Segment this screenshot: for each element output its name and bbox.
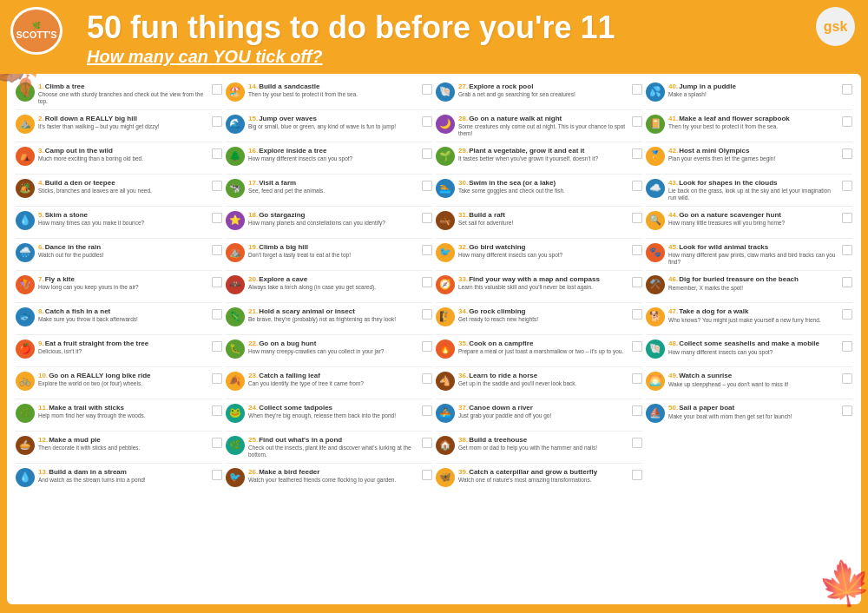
item-checkbox[interactable] <box>422 438 432 448</box>
item-number: 39. <box>458 468 468 476</box>
item-checkbox[interactable] <box>632 245 642 255</box>
item-checkbox[interactable] <box>842 181 852 191</box>
header: 🌿 SCOTT'S gsk 50 fun things to do before… <box>0 0 868 74</box>
item-number: 44. <box>668 211 678 219</box>
item-checkbox[interactable] <box>632 277 642 287</box>
item-checkbox[interactable] <box>422 341 432 352</box>
item-checkbox[interactable] <box>212 84 222 95</box>
item-title: 26.Make a bird feeder <box>248 468 418 477</box>
item-desc: Who knows? You might just make yourself … <box>668 317 838 324</box>
item-checkbox[interactable] <box>422 148 432 159</box>
item-divider <box>436 366 642 367</box>
item-checkbox[interactable] <box>422 373 432 384</box>
item-checkbox[interactable] <box>212 181 222 191</box>
item-checkbox[interactable] <box>842 373 852 384</box>
item-checkbox[interactable] <box>212 405 222 416</box>
item-checkbox[interactable] <box>212 438 222 448</box>
item-checkbox[interactable] <box>422 213 432 223</box>
item-checkbox[interactable] <box>842 405 852 416</box>
item-checkbox[interactable] <box>842 213 852 223</box>
item-icon: 🌊 <box>226 115 245 134</box>
item-checkbox[interactable] <box>212 277 222 287</box>
item-title: 47.Take a dog for a walk <box>668 307 838 316</box>
item-title: 10.Go on a REALLY long bike ride <box>38 372 208 380</box>
item-checkbox[interactable] <box>212 245 222 255</box>
item-number: 13. <box>38 468 48 476</box>
item-number: 24. <box>248 404 258 412</box>
item-content: 18.Go stargazingHow many planets and con… <box>248 211 418 227</box>
item-checkbox[interactable] <box>842 309 852 320</box>
item-checkbox[interactable] <box>422 84 432 95</box>
item-checkbox[interactable] <box>422 181 432 191</box>
item-checkbox[interactable] <box>632 405 642 416</box>
item-desc: Learn this valuable skill and you'll nev… <box>458 284 628 291</box>
item-icon: 🏖️ <box>226 82 245 102</box>
item-desc: Get mom or dad to help you with the hamm… <box>458 445 628 452</box>
item-checkbox[interactable] <box>632 341 642 352</box>
item-divider <box>436 334 642 335</box>
item-checkbox[interactable] <box>632 148 642 159</box>
item-checkbox[interactable] <box>842 277 852 287</box>
item-icon: 🏅 <box>646 147 665 166</box>
item-desc: Prepare a meal or just toast a marshmall… <box>458 348 628 355</box>
item-number: 41. <box>668 115 678 122</box>
item-content: 10.Go on a REALLY long bike rideExplore … <box>38 372 208 387</box>
item-checkbox[interactable] <box>422 405 432 416</box>
item-checkbox[interactable] <box>422 245 432 255</box>
item-checkbox[interactable] <box>212 309 222 320</box>
item-number: 36. <box>458 372 468 379</box>
item-divider <box>16 431 222 432</box>
subtitle-pre: How many can <box>87 47 213 66</box>
item-checkbox[interactable] <box>632 213 642 223</box>
item-content: 28.Go on a nature walk at nightSome crea… <box>458 115 628 137</box>
item-icon: 💦 <box>646 82 665 102</box>
item-title: 35.Cook on a campfire <box>458 339 628 348</box>
item-desc: Help mom find her way through the woods. <box>38 412 208 419</box>
item-checkbox[interactable] <box>632 470 642 480</box>
item-number: 26. <box>248 468 258 476</box>
item-checkbox[interactable] <box>842 148 852 159</box>
item-checkbox[interactable] <box>212 470 222 480</box>
item-title: 41.Make a leaf and flower scrapbook <box>668 115 838 123</box>
item-checkbox[interactable] <box>842 341 852 352</box>
item-checkbox[interactable] <box>632 309 642 320</box>
item-desc: Grab a net and go searching for sea crea… <box>458 91 628 98</box>
item-content: 8.Catch a fish in a netMake sure you thr… <box>38 307 208 323</box>
item-checkbox[interactable] <box>212 148 222 159</box>
list-item: 🏖️14.Build a sandcastleThen try your bes… <box>226 81 432 107</box>
item-content: 36.Learn to ride a horseGet up in the sa… <box>458 372 628 387</box>
gsk-logo: gsk <box>816 7 855 46</box>
item-checkbox[interactable] <box>842 245 852 255</box>
item-checkbox[interactable] <box>632 373 642 384</box>
item-divider <box>436 142 642 142</box>
item-checkbox[interactable] <box>632 116 642 127</box>
item-checkbox[interactable] <box>212 373 222 384</box>
item-content: 3.Camp out in the wildMuch more exciting… <box>38 147 208 162</box>
subtitle-post: tick off? <box>251 47 323 66</box>
item-icon: 🪁 <box>16 275 35 294</box>
item-checkbox[interactable] <box>632 84 642 95</box>
item-icon: 🐸 <box>226 404 245 423</box>
item-number: 47. <box>668 307 678 315</box>
item-checkbox[interactable] <box>632 181 642 191</box>
item-checkbox[interactable] <box>212 213 222 223</box>
item-number: 9. <box>38 339 44 347</box>
list-item: ⛺3.Camp out in the wildMuch more excitin… <box>16 145 222 171</box>
item-desc: Get ready to reach new heights! <box>458 316 628 323</box>
item-checkbox[interactable] <box>422 309 432 320</box>
item-checkbox[interactable] <box>422 116 432 127</box>
item-checkbox[interactable] <box>842 84 852 95</box>
list-item: 💦40.Jump in a puddleMake a splash! <box>646 81 852 107</box>
item-icon: 🐦 <box>226 468 245 487</box>
item-checkbox[interactable] <box>422 277 432 287</box>
item-checkbox[interactable] <box>632 438 642 448</box>
item-title: 4.Build a den or teepee <box>38 179 208 188</box>
item-checkbox[interactable] <box>842 116 852 127</box>
item-number: 49. <box>668 372 678 379</box>
item-checkbox[interactable] <box>422 470 432 480</box>
item-checkbox[interactable] <box>212 341 222 352</box>
item-icon: 🚣 <box>436 404 455 423</box>
item-number: 1. <box>38 82 44 90</box>
item-content: 6.Dance in the rainWatch out for the pud… <box>38 243 208 259</box>
item-checkbox[interactable] <box>212 116 222 127</box>
